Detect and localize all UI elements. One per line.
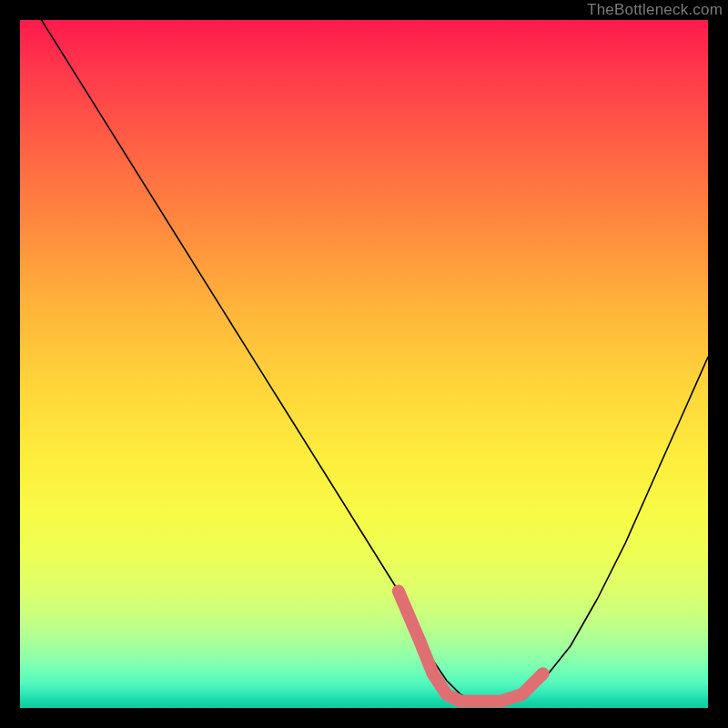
watermark-text: TheBottleneck.com xyxy=(587,1,723,19)
bottleneck-curve-line xyxy=(20,20,708,701)
chart-frame: TheBottleneck.com xyxy=(0,0,728,728)
recommended-range-marker xyxy=(399,592,543,702)
plot-area xyxy=(20,20,708,708)
chart-svg xyxy=(20,20,708,708)
